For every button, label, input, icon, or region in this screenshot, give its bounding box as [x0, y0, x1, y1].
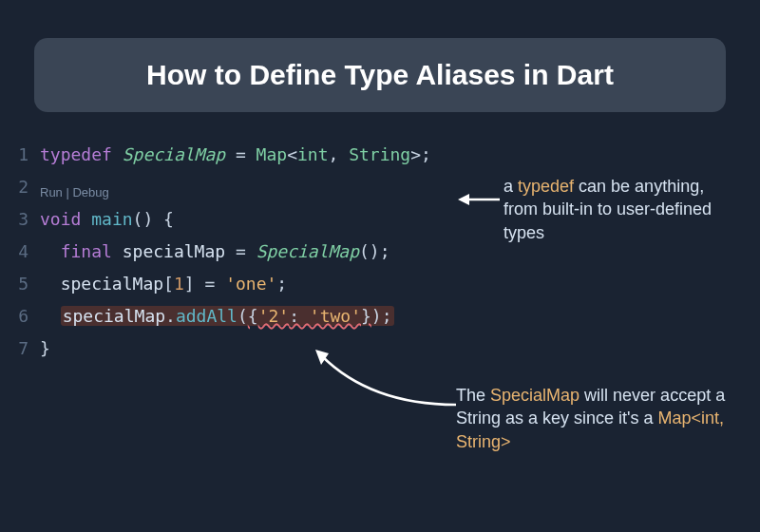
type-map: Map	[256, 144, 288, 164]
variable-specialmap: specialMap	[123, 241, 225, 261]
annotation-typedef: a typedef can be anything, from built-in…	[504, 175, 741, 244]
highlight-specialmap: SpecialMap	[490, 386, 580, 405]
title-banner: How to Define Type Aliases in Dart	[34, 38, 726, 112]
error-squiggle: {'2': 'two'}	[248, 306, 371, 326]
line-number: 3	[10, 203, 28, 236]
codelens-run-debug[interactable]: Run | Debug	[40, 186, 109, 199]
number-literal: 1	[174, 274, 184, 294]
method-addall: addAll	[176, 306, 238, 326]
line-number: 2	[10, 171, 28, 203]
function-main: main	[91, 209, 132, 229]
keyword-final: final	[61, 241, 112, 261]
line-number: 7	[10, 332, 28, 365]
code-line-7: }	[40, 332, 431, 365]
error-highlight: specialMap.addAll({'2': 'two'});	[61, 306, 394, 326]
code-line-3: Run | Debugvoid main() {	[40, 203, 431, 236]
type-int: int	[297, 144, 329, 164]
code-line-5: specialMap[1] = 'one';	[40, 268, 431, 300]
code-line-1: typedef SpecialMap = Map<int, String>;	[40, 139, 431, 171]
constructor-specialmap: SpecialMap	[256, 241, 359, 261]
string-value: 'two'	[310, 306, 361, 326]
code-line-6: specialMap.addAll({'2': 'two'});	[40, 300, 431, 332]
code-line-4: final specialMap = SpecialMap();	[40, 236, 431, 268]
line-number: 4	[10, 236, 28, 268]
code-editor: 1 2 3 4 5 6 7 typedef SpecialMap = Map<i…	[0, 139, 760, 365]
page-title: How to Define Type Aliases in Dart	[53, 59, 707, 91]
keyword-void: void	[40, 209, 81, 229]
code-body: typedef SpecialMap = Map<int, String>; R…	[40, 139, 431, 365]
string-literal: 'one'	[225, 274, 276, 294]
variable-specialmap: specialMap	[61, 274, 163, 294]
line-gutter: 1 2 3 4 5 6 7	[10, 139, 40, 365]
annotation-specialmap: The SpecialMap will never accept a Strin…	[456, 384, 741, 453]
keyword-typedef: typedef	[40, 144, 112, 164]
line-number: 6	[10, 300, 28, 332]
line-number: 1	[10, 139, 28, 171]
type-string: String	[349, 144, 410, 164]
type-specialmap: SpecialMap	[123, 144, 225, 164]
variable-specialmap: specialMap	[63, 306, 165, 326]
line-number: 5	[10, 268, 28, 300]
highlight-typedef: typedef	[518, 177, 574, 196]
string-key: '2'	[258, 306, 290, 326]
